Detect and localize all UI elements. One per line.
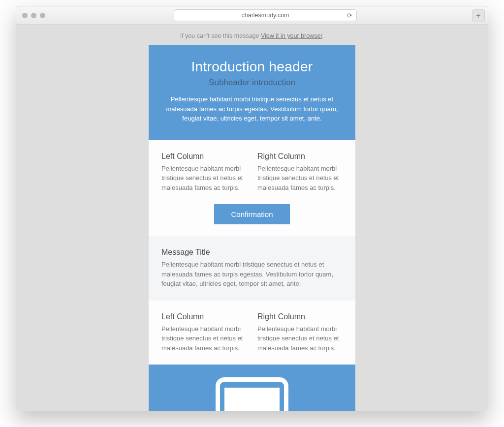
hero-section: Introduction header Subheader introducti… — [149, 45, 355, 140]
preheader-text: If you can't see this message — [180, 32, 261, 39]
column-right-2: Right Column Pellentesque habitant morbi… — [257, 312, 343, 353]
two-column-section-1: Left Column Pellentesque habitant morbi … — [149, 140, 355, 237]
left-column-title-2: Left Column — [161, 312, 247, 321]
column-right-1: Right Column Pellentesque habitant morbi… — [257, 152, 343, 193]
message-title: Message Title — [161, 248, 343, 257]
right-column-title-2: Right Column — [257, 312, 343, 321]
minimize-window-button[interactable] — [31, 13, 36, 18]
hero-body: Pellentesque habitant morbi tristique se… — [162, 94, 342, 123]
view-in-browser-link[interactable]: View it in your browser — [261, 32, 322, 39]
email-template: Introduction header Subheader introducti… — [149, 45, 355, 411]
message-section: Message Title Pellentesque habitant morb… — [149, 236, 355, 301]
page-scroll[interactable]: If you can't see this message View it in… — [16, 25, 488, 411]
reload-icon[interactable]: ⟳ — [347, 12, 352, 19]
hero-title: Introduction header — [162, 59, 342, 75]
maximize-window-button[interactable] — [40, 13, 45, 18]
preheader: If you can't see this message View it in… — [16, 32, 488, 39]
confirmation-button[interactable]: Confirmation — [214, 204, 289, 224]
window-titlebar: charlesmudy.com ⟳ + — [16, 6, 488, 25]
preheader-suffix: . — [322, 32, 324, 39]
left-column-body: Pellentesque habitant morbi tristique se… — [161, 164, 247, 193]
footer-panel — [149, 365, 355, 411]
message-body: Pellentesque habitant morbi tristique se… — [161, 260, 343, 289]
right-column-body-2: Pellentesque habitant morbi tristique se… — [257, 324, 343, 353]
hero-subtitle: Subheader introduction — [162, 78, 342, 88]
two-column-section-2: Left Column Pellentesque habitant morbi … — [149, 301, 355, 365]
url-bar[interactable]: charlesmudy.com ⟳ — [174, 9, 357, 21]
device-illustration-icon — [216, 377, 288, 411]
right-column-title: Right Column — [257, 152, 343, 161]
left-column-title: Left Column — [161, 152, 247, 161]
column-left-1: Left Column Pellentesque habitant morbi … — [161, 152, 247, 193]
new-tab-button[interactable]: + — [472, 9, 485, 22]
column-left-2: Left Column Pellentesque habitant morbi … — [161, 312, 247, 353]
close-window-button[interactable] — [22, 13, 28, 18]
left-column-body-2: Pellentesque habitant morbi tristique se… — [161, 324, 247, 353]
browser-viewport: If you can't see this message View it in… — [16, 25, 488, 411]
browser-window: charlesmudy.com ⟳ + If you can't see thi… — [16, 6, 488, 411]
url-text: charlesmudy.com — [241, 12, 289, 19]
right-column-body: Pellentesque habitant morbi tristique se… — [257, 164, 343, 193]
